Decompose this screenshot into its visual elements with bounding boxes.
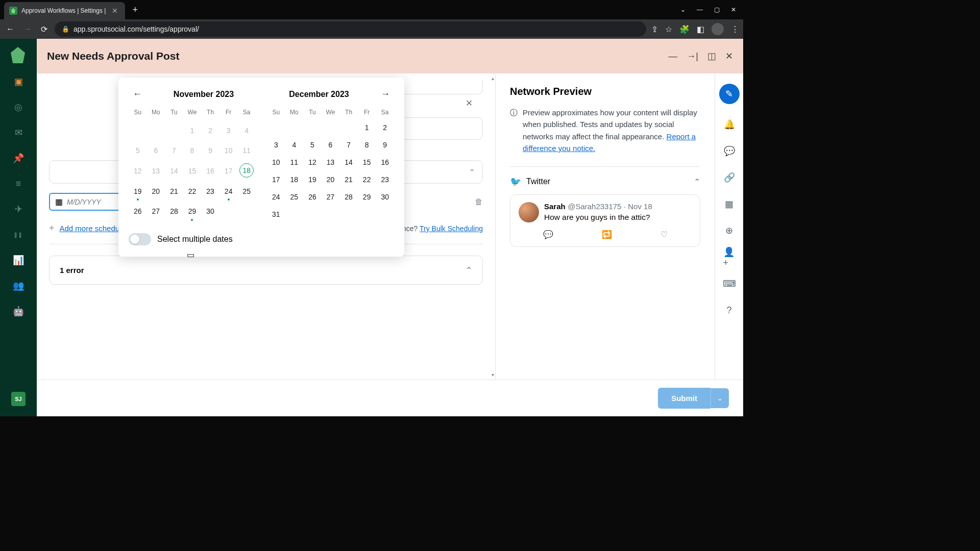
calendar-day[interactable]: 28 (339, 189, 358, 205)
scroll-up-icon[interactable]: ▴ (492, 76, 494, 81)
calendar-day[interactable]: 19 (129, 184, 147, 202)
calendar-day[interactable]: 23 (201, 184, 219, 202)
calendar-day[interactable]: 4 (285, 137, 304, 153)
submit-dropdown-button[interactable]: ⌄ (710, 388, 729, 408)
calendar-day[interactable]: 9 (201, 143, 219, 161)
url-bar[interactable]: 🔒 app.sproutsocial.com/settings/approval… (55, 21, 646, 37)
reply-icon[interactable]: 💬 (543, 230, 553, 239)
calendar-day[interactable]: 14 (165, 163, 183, 182)
calendar-day[interactable]: 7 (165, 143, 183, 161)
like-icon[interactable]: ♡ (660, 230, 668, 239)
calendar-day[interactable]: 7 (339, 137, 358, 153)
chevron-up-icon[interactable]: ⌃ (469, 168, 475, 176)
forward-button[interactable]: → (21, 22, 34, 36)
chat-icon[interactable]: 💬 (723, 145, 736, 157)
close-panel-icon[interactable]: ✕ (725, 51, 733, 62)
calendar-day[interactable]: 28 (165, 204, 183, 222)
compose-fab-button[interactable]: ✎ (719, 84, 740, 104)
calendar-day[interactable]: 22 (358, 172, 376, 187)
calendar-day[interactable]: 19 (303, 172, 322, 187)
calendar-day[interactable]: 6 (322, 137, 340, 153)
calendar-day[interactable]: 20 (147, 184, 165, 202)
chevron-up-icon[interactable]: ⌃ (465, 265, 472, 275)
minimize-icon[interactable]: ― (697, 6, 703, 13)
link-icon[interactable]: 🔗 (723, 171, 736, 184)
nav-list-icon[interactable]: ≡ (12, 178, 24, 190)
nav-bot-icon[interactable]: 🤖 (12, 305, 24, 317)
calendar-day[interactable]: 29 (183, 204, 202, 222)
calendar-day[interactable]: 26 (303, 189, 322, 205)
calendar-day[interactable]: 2 (201, 123, 219, 141)
nav-compass-icon[interactable]: ◎ (12, 101, 24, 113)
close-icon[interactable]: ✕ (465, 98, 473, 109)
calendar-day[interactable]: 31 (267, 207, 285, 222)
minimize-panel-icon[interactable]: — (668, 51, 677, 62)
calendar-day[interactable]: 14 (339, 155, 358, 170)
nav-send-icon[interactable]: ✈ (12, 203, 24, 215)
calendar-day[interactable]: 1 (358, 120, 376, 135)
trash-icon[interactable]: 🗑 (475, 197, 483, 207)
calendar-day[interactable]: 11 (237, 143, 256, 161)
calendar-day[interactable]: 12 (129, 163, 147, 182)
calendar-day[interactable]: 26 (129, 204, 147, 222)
next-month-button[interactable]: → (377, 87, 394, 102)
calendar-day[interactable]: 24 (219, 184, 238, 202)
calendar-day[interactable]: 18 (285, 172, 304, 187)
calendar-day[interactable]: 23 (376, 172, 394, 187)
panels-icon[interactable]: ◫ (707, 51, 716, 62)
calendar-day[interactable]: 17 (267, 172, 285, 187)
calendar-day[interactable]: 5 (129, 143, 147, 161)
maximize-icon[interactable]: ▢ (714, 6, 720, 13)
calendar-day[interactable]: 29 (358, 189, 376, 205)
browser-menu-icon[interactable]: ⋮ (731, 24, 739, 34)
chevron-down-icon[interactable]: ⌄ (680, 6, 685, 13)
calendar-day[interactable]: 1 (183, 123, 202, 141)
nav-inbox-icon[interactable]: ✉ (12, 127, 24, 139)
nav-pin-icon[interactable]: 📌 (12, 152, 24, 164)
close-window-icon[interactable]: ✕ (731, 6, 736, 13)
add-user-icon[interactable]: 👤+ (723, 251, 736, 263)
submit-button[interactable]: Submit (658, 388, 710, 409)
calendar-day[interactable]: 17 (219, 163, 238, 182)
calendar-day[interactable]: 5 (303, 137, 322, 153)
calendar-day[interactable]: 12 (303, 155, 322, 170)
grid-icon[interactable]: ▦ (723, 198, 736, 210)
multi-date-toggle[interactable] (129, 233, 151, 245)
nav-analytics-icon[interactable]: ⫾⫾ (12, 229, 24, 241)
keyboard-icon[interactable]: ⌨ (723, 278, 736, 290)
side-panel-icon[interactable]: ◧ (697, 24, 704, 34)
bookmark-icon[interactable]: ☆ (665, 24, 672, 34)
bell-icon[interactable]: 🔔 (723, 118, 736, 131)
calendar-day[interactable]: 13 (147, 163, 165, 182)
calendar-day[interactable]: 21 (165, 184, 183, 202)
calendar-day[interactable]: 16 (201, 163, 219, 182)
calendar-day[interactable]: 25 (285, 189, 304, 205)
calendar-day[interactable]: 27 (322, 189, 340, 205)
help-icon[interactable]: ? (723, 304, 736, 316)
calendar-day[interactable]: 27 (147, 204, 165, 222)
calendar-day[interactable]: 15 (358, 155, 376, 170)
calendar-day[interactable]: 30 (201, 204, 219, 222)
calendar-day[interactable]: 10 (267, 155, 285, 170)
error-section[interactable]: 1 error ⌃ (49, 256, 483, 285)
calendar-day[interactable]: 15 (183, 163, 202, 182)
calendar-day[interactable]: 6 (147, 143, 165, 161)
chevron-up-icon[interactable]: ⌃ (694, 177, 700, 187)
calendar-day[interactable]: 13 (322, 155, 340, 170)
browser-tab[interactable]: Approval Workflows | Settings | ✕ (4, 2, 125, 19)
expand-panel-icon[interactable]: →| (687, 51, 698, 62)
calendar-day[interactable]: 4 (237, 123, 256, 141)
share-icon[interactable]: ⇪ (651, 24, 658, 34)
add-item-icon[interactable]: ⊕ (723, 224, 736, 237)
calendar-day[interactable]: 2 (376, 120, 394, 135)
calendar-day[interactable]: 25 (237, 184, 256, 202)
bulk-scheduling-link[interactable]: Try Bulk Scheduling (420, 224, 483, 233)
calendar-day[interactable]: 10 (219, 143, 238, 161)
nav-feeds-icon[interactable]: ▣ (12, 76, 24, 88)
calendar-day[interactable]: 18 (239, 163, 254, 178)
sprout-logo-icon[interactable] (11, 47, 26, 62)
extensions-icon[interactable]: 🧩 (679, 24, 690, 34)
back-button[interactable]: ← (4, 22, 16, 36)
calendar-day[interactable]: 24 (267, 189, 285, 205)
nav-reports-icon[interactable]: 📊 (12, 254, 24, 266)
